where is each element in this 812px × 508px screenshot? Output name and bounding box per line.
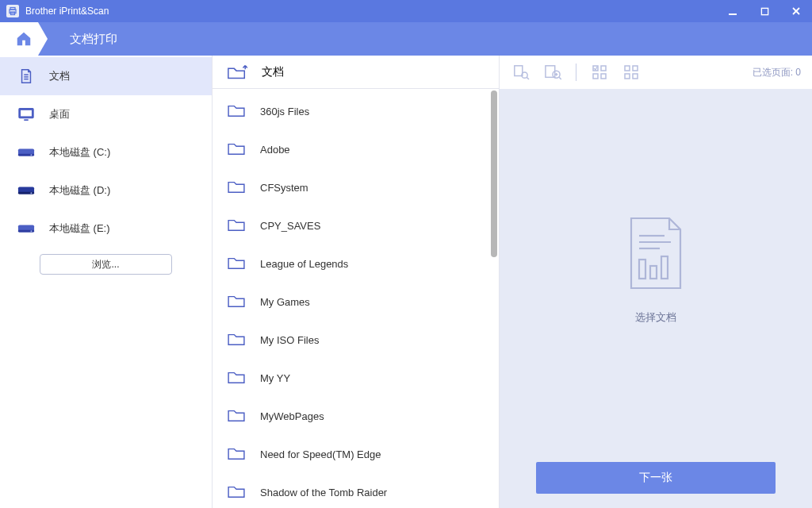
file-column: 文档 360js FilesAdobeCFSystemCPY_SAVESLeag…	[213, 56, 500, 508]
scrollbar-thumb[interactable]	[491, 90, 497, 257]
drive-icon	[17, 145, 35, 160]
zoom-in-button[interactable]	[542, 62, 563, 83]
view-grid-large-button[interactable]	[621, 62, 642, 83]
main-area: 文档 桌面 本地磁盘 (C:) 本地磁盘 (D:)	[0, 56, 812, 508]
breadcrumb-label: 文档	[262, 65, 284, 79]
drive-icon	[17, 221, 35, 236]
file-item[interactable]: 360js Files	[213, 92, 499, 130]
fit-page-button[interactable]	[511, 62, 531, 83]
folder-icon	[227, 446, 246, 462]
breadcrumb[interactable]: 文档	[213, 56, 499, 89]
sidebar-item-drive-e[interactable]: 本地磁盘 (E:)	[0, 210, 212, 248]
file-item[interactable]: CFSystem	[213, 168, 499, 206]
drive-icon	[17, 183, 35, 198]
app-title: Brother iPrint&Scan	[25, 6, 717, 17]
placeholder-label: 选择文档	[635, 310, 676, 325]
sidebar-item-drive-d[interactable]: 本地磁盘 (D:)	[0, 171, 212, 210]
file-item-label: My ISO Files	[260, 334, 319, 346]
svg-point-21	[31, 230, 33, 232]
file-item-label: My YY	[260, 372, 290, 384]
minimize-button[interactable]	[717, 0, 749, 22]
svg-point-15	[31, 154, 33, 156]
folder-up-icon	[227, 64, 247, 80]
sidebar-item-label: 文档	[49, 69, 70, 83]
ribbon: 文档打印	[0, 22, 812, 56]
monitor-icon	[17, 107, 35, 121]
folder-icon	[227, 179, 246, 195]
file-item-label: CFSystem	[260, 182, 308, 194]
folder-icon	[227, 484, 246, 500]
file-item-label: CPY_SAVES	[260, 220, 320, 232]
svg-rect-35	[633, 66, 638, 71]
folder-icon	[227, 256, 246, 271]
file-item[interactable]: Need for Speed(TM) Edge	[213, 435, 499, 473]
sidebar-item-label: 本地磁盘 (C:)	[49, 145, 110, 160]
titlebar: Brother iPrint&Scan	[0, 0, 812, 22]
section-title: 文档打印	[70, 32, 117, 47]
sidebar-item-label: 本地磁盘 (D:)	[49, 183, 110, 198]
sidebar-item-label: 本地磁盘 (E:)	[49, 221, 110, 236]
home-button[interactable]	[0, 22, 48, 56]
window-buttons	[717, 0, 812, 22]
file-item[interactable]: League of Legends	[213, 244, 499, 283]
folder-icon	[227, 141, 246, 157]
sidebar: 文档 桌面 本地磁盘 (C:) 本地磁盘 (D:)	[0, 56, 213, 508]
svg-rect-42	[650, 266, 657, 279]
file-item[interactable]: Shadow of the Tomb Raider	[213, 473, 499, 508]
selected-page-count: 已选页面: 0	[753, 66, 801, 79]
folder-icon	[227, 332, 246, 348]
folder-icon	[227, 103, 246, 119]
preview-pane: 已选页面: 0 选择文档 下一张	[500, 56, 812, 508]
preview-body: 选择文档	[500, 89, 812, 451]
file-item-label: Shadow of the Tomb Raider	[260, 487, 387, 498]
folder-icon	[227, 370, 246, 386]
browse-button[interactable]: 浏览...	[40, 254, 172, 275]
svg-rect-37	[633, 74, 638, 79]
view-grid-small-button[interactable]	[589, 62, 610, 83]
svg-rect-36	[625, 74, 630, 79]
toolbar-separator	[576, 64, 576, 81]
file-item-label: League of Legends	[260, 258, 348, 270]
file-item[interactable]: My ISO Files	[213, 321, 499, 359]
svg-point-18	[31, 192, 33, 194]
svg-rect-34	[625, 66, 630, 71]
folder-icon	[227, 294, 246, 310]
svg-rect-31	[601, 66, 606, 71]
file-list: 360js FilesAdobeCFSystemCPY_SAVESLeague …	[213, 89, 499, 508]
file-item-label: Need for Speed(TM) Edge	[260, 448, 381, 460]
app-icon	[6, 5, 19, 17]
close-button[interactable]	[780, 0, 812, 22]
svg-rect-4	[761, 8, 768, 14]
file-item[interactable]: CPY_SAVES	[213, 206, 499, 244]
svg-rect-32	[593, 74, 598, 79]
svg-rect-43	[661, 256, 668, 279]
file-item[interactable]: Adobe	[213, 130, 499, 168]
preview-toolbar: 已选页面: 0	[500, 56, 812, 89]
home-icon	[15, 30, 33, 48]
file-item-label: MyWebPages	[260, 410, 324, 422]
svg-line-24	[527, 77, 529, 79]
next-button[interactable]: 下一张	[536, 462, 776, 494]
svg-rect-41	[639, 260, 645, 279]
sidebar-item-desktop[interactable]: 桌面	[0, 95, 212, 133]
sidebar-item-label: 桌面	[49, 107, 70, 121]
folder-icon	[227, 217, 246, 233]
file-item-label: 360js Files	[260, 106, 309, 117]
folder-icon	[227, 408, 246, 424]
sidebar-item-drive-c[interactable]: 本地磁盘 (C:)	[0, 133, 212, 171]
file-item-label: My Games	[260, 296, 310, 308]
file-item[interactable]: MyWebPages	[213, 397, 499, 435]
maximize-button[interactable]	[749, 0, 780, 22]
sidebar-item-documents[interactable]: 文档	[0, 57, 212, 95]
file-item[interactable]: My Games	[213, 283, 499, 321]
document-icon	[17, 69, 35, 83]
svg-line-27	[559, 77, 561, 79]
svg-rect-33	[601, 74, 606, 79]
svg-rect-11	[20, 110, 32, 117]
document-placeholder-icon	[625, 215, 687, 294]
file-item-label: Adobe	[260, 144, 290, 156]
file-item[interactable]: My YY	[213, 359, 499, 397]
